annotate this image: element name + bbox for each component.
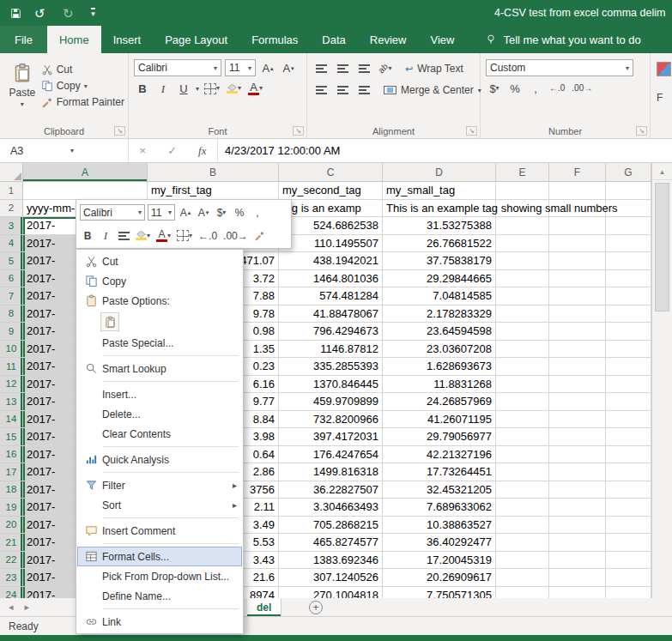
font-size-select[interactable]: 11▾ bbox=[225, 59, 256, 76]
cell-C23[interactable]: 307.1240526 bbox=[279, 569, 383, 587]
row-header-10[interactable]: 10 bbox=[0, 341, 23, 359]
undo-button[interactable]: ↺▾ bbox=[34, 7, 50, 20]
copy-button[interactable]: Copy▾ bbox=[41, 80, 124, 92]
cell-F8[interactable] bbox=[549, 305, 606, 324]
tab-review[interactable]: Review bbox=[358, 26, 419, 53]
sheet-tab[interactable]: del bbox=[247, 598, 282, 616]
cell-D18[interactable]: 32.45321205 bbox=[383, 481, 496, 499]
cell-C15[interactable]: 397.4172031 bbox=[279, 428, 383, 446]
cell-G4[interactable] bbox=[606, 235, 651, 253]
mini-shrink-font-button[interactable]: A▾ bbox=[196, 204, 211, 221]
cell-C2[interactable]: tag is an examp bbox=[279, 200, 383, 218]
cell-G15[interactable] bbox=[606, 428, 651, 446]
align-bottom-button[interactable] bbox=[355, 60, 372, 77]
menu-item-define-name[interactable]: Define Name... bbox=[77, 586, 242, 606]
cut-button[interactable]: Cut bbox=[41, 63, 124, 76]
cell-G3[interactable] bbox=[606, 217, 651, 235]
cell-F3[interactable] bbox=[549, 217, 606, 235]
cell-D22[interactable]: 17.20045319 bbox=[383, 552, 496, 570]
column-header-F[interactable]: F bbox=[549, 163, 606, 182]
tab-home[interactable]: Home bbox=[47, 26, 101, 53]
cell-E1[interactable] bbox=[496, 182, 549, 200]
italic-button[interactable]: I bbox=[154, 80, 172, 97]
cell-E7[interactable] bbox=[496, 287, 549, 305]
cell-F22[interactable] bbox=[549, 552, 606, 570]
enter-button[interactable]: ✓ bbox=[167, 144, 177, 157]
cell-G10[interactable] bbox=[606, 341, 651, 359]
cell-D1[interactable]: my_small_tag bbox=[383, 182, 496, 200]
redo-button[interactable]: ↻▾ bbox=[63, 7, 78, 20]
cell-F20[interactable] bbox=[549, 517, 606, 535]
cell-F21[interactable] bbox=[549, 534, 606, 552]
cell-G13[interactable] bbox=[606, 393, 651, 411]
cell-F11[interactable] bbox=[549, 358, 606, 376]
menu-item-format-cells[interactable]: Format Cells... bbox=[77, 547, 242, 566]
comma-style-button[interactable]: , bbox=[527, 80, 544, 97]
row-header-12[interactable]: 12 bbox=[0, 376, 23, 394]
cell-D6[interactable]: 29.29844665 bbox=[383, 270, 496, 288]
cell-D14[interactable]: 41.26071195 bbox=[383, 411, 496, 429]
cell-G17[interactable] bbox=[606, 463, 651, 481]
cell-D7[interactable]: 7.04814585 bbox=[383, 287, 496, 305]
cell-F18[interactable] bbox=[549, 481, 606, 499]
formula-input[interactable]: 4/23/2017 12:00:00 AM bbox=[218, 139, 672, 162]
cell-E8[interactable] bbox=[496, 305, 549, 324]
mini-decrease-decimal-button[interactable]: .00→ bbox=[221, 227, 250, 244]
cell-G23[interactable] bbox=[606, 569, 651, 587]
customize-qat-button[interactable]: ▾ bbox=[91, 8, 95, 18]
mini-increase-decimal-button[interactable]: ←.0 bbox=[197, 227, 219, 244]
cell-E9[interactable] bbox=[496, 323, 549, 341]
cell-C11[interactable]: 335.2855393 bbox=[279, 358, 383, 376]
row-header-24[interactable]: 24 bbox=[0, 587, 23, 599]
row-header-2[interactable]: 2 bbox=[0, 200, 23, 218]
tab-file[interactable]: File bbox=[0, 26, 47, 53]
cell-C7[interactable]: 574.481284 bbox=[279, 287, 383, 305]
cell-D17[interactable]: 17.73264451 bbox=[383, 463, 496, 481]
cell-G6[interactable] bbox=[606, 270, 651, 288]
cell-F13[interactable] bbox=[549, 393, 606, 411]
cell-C24[interactable]: 270.1004818 bbox=[279, 587, 383, 599]
cell-F12[interactable] bbox=[549, 376, 606, 394]
cell-F9[interactable] bbox=[549, 323, 606, 341]
column-header-D[interactable]: D bbox=[383, 163, 496, 182]
tab-insert[interactable]: Insert bbox=[101, 26, 154, 53]
insert-function-button[interactable]: fx bbox=[198, 144, 206, 158]
clipboard-dialog-launcher[interactable]: ↘ bbox=[114, 126, 125, 136]
paste-button[interactable]: Paste▾ bbox=[3, 56, 41, 124]
sheet-nav-prev-icon[interactable]: ◂ bbox=[9, 602, 14, 613]
percent-style-button[interactable]: % bbox=[506, 80, 524, 97]
cell-D11[interactable]: 1.628693673 bbox=[383, 358, 496, 376]
row-header-22[interactable]: 22 bbox=[0, 552, 23, 570]
row-header-16[interactable]: 16 bbox=[0, 446, 23, 464]
menu-item-paste-option[interactable] bbox=[77, 311, 242, 333]
merge-center-button[interactable]: Merge & Center▾ bbox=[384, 84, 481, 96]
cell-C18[interactable]: 36.22827507 bbox=[279, 481, 383, 499]
select-all-corner[interactable] bbox=[0, 163, 23, 182]
cell-E18[interactable] bbox=[496, 481, 549, 499]
cell-E14[interactable] bbox=[496, 411, 549, 429]
align-top-button[interactable] bbox=[312, 60, 330, 77]
mini-format-painter-button[interactable] bbox=[252, 227, 268, 244]
row-header-3[interactable]: 3 bbox=[0, 217, 23, 235]
row-header-7[interactable]: 7 bbox=[0, 287, 23, 305]
cell-G11[interactable] bbox=[606, 358, 651, 376]
row-header-13[interactable]: 13 bbox=[0, 393, 23, 411]
menu-item-sort[interactable]: Sort▸ bbox=[77, 495, 242, 515]
cell-C5[interactable]: 438.1942021 bbox=[279, 252, 383, 270]
cell-F19[interactable] bbox=[549, 499, 606, 517]
column-header-C[interactable]: C bbox=[279, 163, 383, 182]
cell-C14[interactable]: 732.8200966 bbox=[279, 411, 383, 429]
cell-G12[interactable] bbox=[606, 376, 651, 394]
name-box-dropdown-icon[interactable]: ▾ bbox=[70, 147, 74, 154]
tab-page-layout[interactable]: Page Layout bbox=[153, 26, 239, 53]
cell-D15[interactable]: 29.79056977 bbox=[383, 428, 496, 446]
menu-item-paste-options[interactable]: Paste Options: bbox=[77, 291, 242, 311]
font-color-button[interactable]: A▾ bbox=[246, 80, 264, 97]
cell-G5[interactable] bbox=[606, 252, 651, 270]
cell-C9[interactable]: 796.4294673 bbox=[279, 323, 383, 341]
cell-D20[interactable]: 10.38863527 bbox=[383, 517, 496, 535]
row-header-8[interactable]: 8 bbox=[0, 305, 23, 324]
cell-E20[interactable] bbox=[496, 517, 549, 535]
cell-C22[interactable]: 1383.692346 bbox=[279, 552, 383, 570]
cell-D2[interactable]: This is an example tag showing small num… bbox=[383, 200, 496, 218]
